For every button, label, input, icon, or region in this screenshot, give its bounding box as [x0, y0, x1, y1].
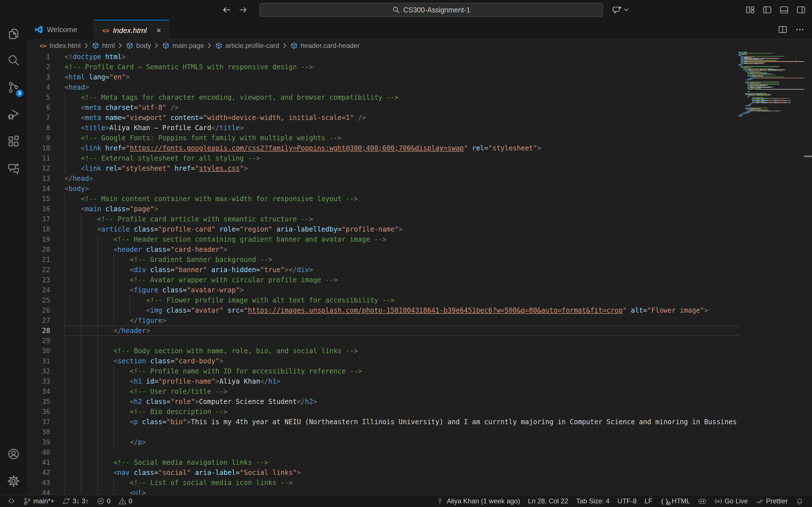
code-line[interactable]: 6 <meta charset="utf-8" /> [27, 103, 812, 113]
code-line[interactable]: 30 <!-- Body section with name, role, bi… [27, 346, 812, 356]
code-line[interactable]: 1<!doctype html> [27, 52, 812, 62]
activity-source-control-icon[interactable]: 3 [0, 74, 27, 101]
code-line[interactable]: 29 [27, 336, 812, 346]
toggle-primary-sidebar-button[interactable] [763, 6, 771, 13]
code-line[interactable]: 35 <h2 class="role">Computer Science Stu… [27, 397, 812, 407]
status-go-live[interactable]: Go Live [711, 495, 752, 507]
code-line[interactable]: 32 <!-- Profile name with ID for accessi… [27, 366, 812, 376]
activity-search-icon[interactable] [0, 47, 27, 74]
tab-index-html[interactable]: <> Index.html × [95, 20, 169, 40]
code-line[interactable]: 18 <article class="profile-card" role="r… [27, 224, 812, 234]
status-label: 0 [129, 497, 132, 505]
code-line[interactable]: 23 <!-- Avatar wrapper with circular pro… [27, 275, 812, 285]
code-line[interactable]: 24 <figure class="avatar-wrap"> [27, 285, 812, 295]
code-editor[interactable]: 1<!doctype html>2<!-- Profile Card — Sem… [27, 52, 812, 495]
code-line[interactable]: 10 <link href="https://fonts.googleapis.… [27, 143, 812, 153]
customize-layout-button[interactable] [746, 6, 755, 13]
toggle-secondary-sidebar-button[interactable] [797, 6, 805, 13]
code-line-content: <!-- User role/title --> [64, 386, 739, 397]
toggle-panel-button[interactable] [780, 6, 788, 13]
activity-settings-icon[interactable] [0, 467, 27, 495]
code-line[interactable]: 39 </p> [27, 437, 812, 447]
code-line[interactable]: 4<head> [27, 82, 812, 93]
code-line[interactable]: 13</head> [27, 173, 812, 184]
code-line[interactable]: 37 <p class="bio">This is my 4th year at… [27, 417, 812, 427]
code-line[interactable]: 7 <meta name="viewport" content="width=d… [27, 113, 812, 123]
status-indentation[interactable]: Tab Size: 4 [572, 495, 613, 507]
code-line-content: <link href="https://fonts.googleapis.com… [64, 143, 739, 153]
code-line[interactable]: 11 <!-- External stylesheet for all styl… [27, 153, 812, 163]
chevron-down-icon [624, 8, 629, 11]
editor-actions-more-button[interactable] [796, 25, 804, 34]
activity-run-debug-icon[interactable] [0, 101, 27, 128]
line-number: 20 [27, 244, 50, 255]
code-line[interactable]: 17 <!-- Profile card article with semant… [27, 214, 812, 224]
code-line[interactable]: 2<!-- Profile Card — Semantic HTML5 with… [27, 62, 812, 72]
activity-chat-icon[interactable] [0, 155, 27, 182]
code-line[interactable]: 43 <!-- List of social media icon links … [27, 478, 812, 488]
code-line[interactable]: 3<html lang="en"> [27, 72, 812, 82]
code-line-content: <ul> [64, 488, 739, 495]
code-line[interactable]: 14<body> [27, 184, 812, 194]
code-line[interactable]: 27 </figure> [27, 316, 812, 326]
code-line[interactable]: 25 <!-- Flower profile image with alt te… [27, 295, 812, 305]
status-label: Go Live [725, 497, 748, 505]
code-line[interactable]: 44 <ul> [27, 488, 812, 495]
status-label: Ln 28, Col 22 [528, 497, 568, 505]
status-prettier[interactable]: Prettier [752, 495, 792, 507]
breadcrumb-item[interactable]: html [92, 42, 115, 50]
status-notifications[interactable] [792, 495, 808, 507]
code-line[interactable]: 8 <title>Aliya Khan — Profile Card</titl… [27, 123, 812, 133]
code-line[interactable]: 34 <!-- User role/title --> [27, 386, 812, 397]
breadcrumb-item[interactable]: body [126, 42, 151, 50]
code-line[interactable]: 40 [27, 447, 812, 457]
code-line[interactable]: 21 <!-- Gradient banner background --> [27, 255, 812, 265]
code-line[interactable]: 20 <header class="card-header"> [27, 244, 812, 255]
code-line[interactable]: 31 <section class="card-body"> [27, 356, 812, 366]
status-problems-errors[interactable]: 0 [93, 495, 114, 507]
code-line[interactable]: 36 <!-- Bio description --> [27, 407, 812, 417]
status-language-mode[interactable]: {}HTML [656, 495, 694, 507]
line-number: 42 [27, 467, 50, 478]
activity-extensions-icon[interactable] [0, 128, 27, 155]
code-line[interactable]: 12 <link rel="stylesheet" href="styles.c… [27, 163, 812, 173]
status-encoding[interactable]: UTF-8 [613, 495, 641, 507]
code-line[interactable]: 19 <!-- Header section containing gradie… [27, 234, 812, 244]
line-number: 2 [27, 62, 50, 72]
nav-forward-button[interactable] [239, 5, 248, 14]
tab-welcome[interactable]: Welcome [27, 20, 95, 40]
minimap[interactable] [739, 52, 804, 495]
code-line[interactable]: 33 <h1 id="profile-name">Aliya Khan</h1> [27, 376, 812, 386]
breadcrumb-item[interactable]: <>Index.html [40, 42, 81, 50]
code-line[interactable]: 16 <main class="page"> [27, 204, 812, 214]
breadcrumb-item[interactable]: article.profile-card [215, 42, 279, 50]
command-center-search[interactable]: CS300-Assignment-1 [259, 3, 603, 17]
breadcrumb-item[interactable]: main.page [162, 42, 204, 50]
copilot-chat-button[interactable] [612, 0, 629, 20]
code-line[interactable]: 15 <!-- Main content container with max-… [27, 194, 812, 204]
split-editor-button[interactable] [778, 25, 787, 34]
code-line[interactable]: 22 <div class="banner" aria-hidden="true… [27, 265, 812, 275]
status-label: Tab Size: 4 [576, 497, 610, 505]
status-git-sync[interactable]: 3↓ 3↑ [58, 495, 93, 507]
code-line-content: <!-- Flower profile image with alt text … [64, 295, 739, 305]
status-git-branch[interactable]: main*+ [19, 495, 58, 507]
status-remote-indicator[interactable] [3, 495, 19, 507]
breadcrumb-item[interactable]: header.card-header [290, 42, 359, 50]
code-line[interactable]: 28 </header> [27, 326, 812, 336]
code-line[interactable]: 41 <!-- Social media navigation links --… [27, 457, 812, 467]
code-line[interactable]: 42 <nav class="social" aria-label="Socia… [27, 467, 812, 478]
status-problems-warnings[interactable]: 0 [114, 495, 136, 507]
close-icon[interactable]: × [154, 26, 163, 35]
code-line[interactable]: 5 <!-- Meta tags for character encoding,… [27, 93, 812, 103]
status-git-blame[interactable]: Aliya Khan (1 week ago) [433, 495, 524, 507]
status-copilot-status[interactable] [694, 495, 711, 507]
status-eol[interactable]: LF [641, 495, 656, 507]
nav-back-button[interactable] [222, 5, 231, 14]
activity-explorer-icon[interactable] [0, 20, 27, 47]
activity-account-icon[interactable] [0, 441, 27, 467]
code-line[interactable]: 26 <img class="avatar" src="https://imag… [27, 305, 812, 316]
code-line[interactable]: 38 [27, 427, 812, 437]
code-line[interactable]: 9 <!-- Google Fonts: Poppins font family… [27, 133, 812, 143]
status-cursor-position[interactable]: Ln 28, Col 22 [524, 495, 572, 507]
